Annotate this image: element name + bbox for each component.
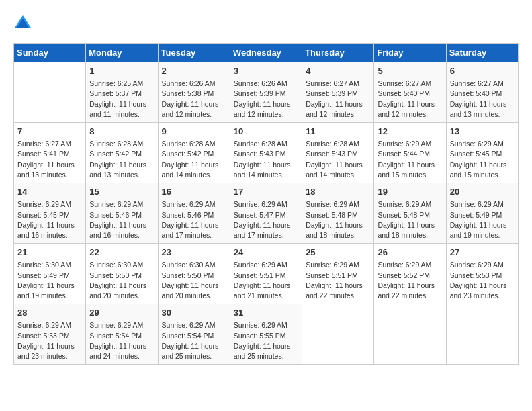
day-number: 18 [306,186,370,198]
day-number: 22 [89,246,154,259]
day-number: 19 [378,186,442,198]
day-number: 20 [450,186,515,198]
weekday-header: Monday [86,44,158,62]
day-number: 25 [306,246,370,259]
logo-icon [13,13,32,32]
day-info: Sunrise: 6:28 AM Sunset: 5:43 PM Dayligh… [234,139,298,180]
calendar-cell: 18Sunrise: 6:29 AM Sunset: 5:48 PM Dayli… [302,183,374,244]
day-info: Sunrise: 6:27 AM Sunset: 5:40 PM Dayligh… [378,79,442,120]
page-header [13,13,519,32]
day-info: Sunrise: 6:28 AM Sunset: 5:42 PM Dayligh… [162,139,226,180]
day-info: Sunrise: 6:29 AM Sunset: 5:51 PM Dayligh… [306,260,370,301]
day-info: Sunrise: 6:30 AM Sunset: 5:50 PM Dayligh… [162,260,226,301]
calendar-cell: 13Sunrise: 6:29 AM Sunset: 5:45 PM Dayli… [446,123,518,183]
day-info: Sunrise: 6:29 AM Sunset: 5:48 PM Dayligh… [378,199,442,240]
calendar-cell: 8Sunrise: 6:28 AM Sunset: 5:42 PM Daylig… [86,123,158,183]
day-number: 29 [89,307,154,319]
calendar-cell [374,304,446,365]
day-info: Sunrise: 6:29 AM Sunset: 5:45 PM Dayligh… [450,139,515,180]
calendar-cell: 23Sunrise: 6:30 AM Sunset: 5:50 PM Dayli… [158,244,230,304]
calendar-cell: 25Sunrise: 6:29 AM Sunset: 5:51 PM Dayli… [302,244,374,304]
day-number: 3 [234,65,298,77]
calendar-cell: 31Sunrise: 6:29 AM Sunset: 5:55 PM Dayli… [230,304,302,365]
day-info: Sunrise: 6:29 AM Sunset: 5:49 PM Dayligh… [450,199,515,240]
day-number: 8 [89,126,154,138]
day-info: Sunrise: 6:29 AM Sunset: 5:54 PM Dayligh… [162,320,226,361]
day-info: Sunrise: 6:27 AM Sunset: 5:39 PM Dayligh… [306,79,370,120]
day-number: 4 [306,65,370,77]
logo [13,13,35,32]
day-info: Sunrise: 6:29 AM Sunset: 5:55 PM Dayligh… [234,320,298,361]
calendar-cell: 14Sunrise: 6:29 AM Sunset: 5:45 PM Dayli… [14,183,86,244]
day-number: 2 [162,65,226,77]
calendar-cell: 20Sunrise: 6:29 AM Sunset: 5:49 PM Dayli… [446,183,518,244]
day-info: Sunrise: 6:29 AM Sunset: 5:45 PM Dayligh… [17,199,82,240]
day-info: Sunrise: 6:28 AM Sunset: 5:43 PM Dayligh… [306,139,370,180]
day-info: Sunrise: 6:29 AM Sunset: 5:53 PM Dayligh… [17,320,82,361]
day-info: Sunrise: 6:28 AM Sunset: 5:42 PM Dayligh… [89,139,154,180]
weekday-header: Tuesday [158,44,230,62]
calendar-cell: 6Sunrise: 6:27 AM Sunset: 5:40 PM Daylig… [446,62,518,123]
calendar-cell: 11Sunrise: 6:28 AM Sunset: 5:43 PM Dayli… [302,123,374,183]
day-info: Sunrise: 6:29 AM Sunset: 5:51 PM Dayligh… [234,260,298,301]
day-info: Sunrise: 6:27 AM Sunset: 5:41 PM Dayligh… [17,139,82,180]
calendar-cell: 28Sunrise: 6:29 AM Sunset: 5:53 PM Dayli… [14,304,86,365]
day-info: Sunrise: 6:29 AM Sunset: 5:46 PM Dayligh… [89,199,154,240]
calendar-cell: 19Sunrise: 6:29 AM Sunset: 5:48 PM Dayli… [374,183,446,244]
weekday-header: Friday [374,44,446,62]
calendar-cell: 21Sunrise: 6:30 AM Sunset: 5:49 PM Dayli… [14,244,86,304]
day-number: 30 [162,307,226,319]
day-number: 7 [17,126,82,138]
calendar-cell: 3Sunrise: 6:26 AM Sunset: 5:39 PM Daylig… [230,62,302,123]
day-info: Sunrise: 6:30 AM Sunset: 5:50 PM Dayligh… [89,260,154,301]
calendar-cell: 27Sunrise: 6:29 AM Sunset: 5:53 PM Dayli… [446,244,518,304]
day-info: Sunrise: 6:29 AM Sunset: 5:54 PM Dayligh… [89,320,154,361]
weekday-header: Saturday [446,44,518,62]
day-info: Sunrise: 6:29 AM Sunset: 5:47 PM Dayligh… [234,199,298,240]
calendar-cell: 7Sunrise: 6:27 AM Sunset: 5:41 PM Daylig… [14,123,86,183]
day-number: 23 [162,246,226,259]
day-number: 15 [89,186,154,198]
weekday-header: Wednesday [230,44,302,62]
day-number: 21 [17,246,82,259]
day-number: 14 [17,186,82,198]
day-number: 16 [162,186,226,198]
calendar-cell: 30Sunrise: 6:29 AM Sunset: 5:54 PM Dayli… [158,304,230,365]
day-number: 6 [450,65,515,77]
day-info: Sunrise: 6:26 AM Sunset: 5:38 PM Dayligh… [162,79,226,120]
weekday-header: Thursday [302,44,374,62]
day-number: 31 [234,307,298,319]
day-info: Sunrise: 6:25 AM Sunset: 5:37 PM Dayligh… [89,79,154,120]
calendar-cell: 24Sunrise: 6:29 AM Sunset: 5:51 PM Dayli… [230,244,302,304]
day-number: 11 [306,126,370,138]
day-number: 27 [450,246,515,259]
calendar-cell: 29Sunrise: 6:29 AM Sunset: 5:54 PM Dayli… [86,304,158,365]
calendar-cell: 15Sunrise: 6:29 AM Sunset: 5:46 PM Dayli… [86,183,158,244]
weekday-header: Sunday [14,44,86,62]
calendar-cell: 22Sunrise: 6:30 AM Sunset: 5:50 PM Dayli… [86,244,158,304]
day-info: Sunrise: 6:30 AM Sunset: 5:49 PM Dayligh… [17,260,82,301]
day-info: Sunrise: 6:29 AM Sunset: 5:46 PM Dayligh… [162,199,226,240]
calendar-cell: 5Sunrise: 6:27 AM Sunset: 5:40 PM Daylig… [374,62,446,123]
day-number: 26 [378,246,442,259]
day-info: Sunrise: 6:29 AM Sunset: 5:52 PM Dayligh… [378,260,442,301]
calendar-cell: 17Sunrise: 6:29 AM Sunset: 5:47 PM Dayli… [230,183,302,244]
calendar-cell: 4Sunrise: 6:27 AM Sunset: 5:39 PM Daylig… [302,62,374,123]
day-number: 10 [234,126,298,138]
day-number: 12 [378,126,442,138]
day-info: Sunrise: 6:27 AM Sunset: 5:40 PM Dayligh… [450,79,515,120]
day-number: 17 [234,186,298,198]
calendar-cell: 16Sunrise: 6:29 AM Sunset: 5:46 PM Dayli… [158,183,230,244]
day-number: 28 [17,307,82,319]
day-number: 13 [450,126,515,138]
calendar-cell: 26Sunrise: 6:29 AM Sunset: 5:52 PM Dayli… [374,244,446,304]
day-number: 1 [89,65,154,77]
day-number: 24 [234,246,298,259]
calendar-cell [446,304,518,365]
calendar-table: SundayMondayTuesdayWednesdayThursdayFrid… [13,43,519,365]
day-number: 5 [378,65,442,77]
day-info: Sunrise: 6:29 AM Sunset: 5:53 PM Dayligh… [450,260,515,301]
day-info: Sunrise: 6:29 AM Sunset: 5:44 PM Dayligh… [378,139,442,180]
calendar-cell: 9Sunrise: 6:28 AM Sunset: 5:42 PM Daylig… [158,123,230,183]
calendar-cell [302,304,374,365]
